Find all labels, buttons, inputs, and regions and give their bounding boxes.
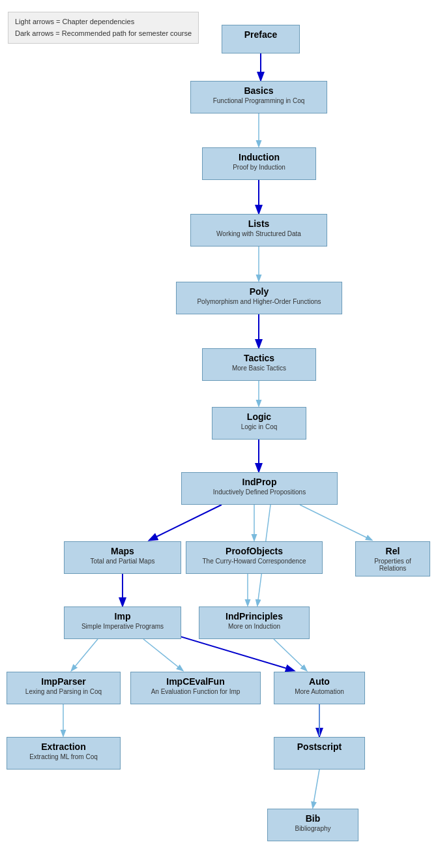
svg-line-20: [313, 770, 319, 807]
node-proofobjects[interactable]: ProofObjectsThe Curry-Howard Corresponde…: [186, 541, 323, 574]
node-title-induction: Induction: [208, 152, 310, 162]
svg-line-7: [150, 505, 222, 540]
node-rel[interactable]: RelProperties of Relations: [355, 541, 430, 576]
node-title-indprinciples: IndPrinciples: [205, 611, 304, 621]
node-subtitle-lists: Working with Structured Data: [196, 230, 321, 237]
node-subtitle-indprop: Inductively Defined Propositions: [187, 488, 332, 496]
node-title-impparser: ImpParser: [12, 676, 115, 687]
node-title-rel: Rel: [361, 546, 424, 556]
node-subtitle-impparser: Lexing and Parsing in Coq: [12, 688, 115, 695]
node-title-extraction: Extraction: [12, 741, 115, 752]
node-basics[interactable]: BasicsFunctional Programming in Coq: [190, 81, 327, 113]
legend-line1: Light arrows = Chapter dependencies: [15, 16, 192, 28]
svg-line-16: [274, 639, 306, 670]
svg-line-13: [72, 639, 98, 670]
node-imp[interactable]: ImpSimple Imperative Programs: [64, 606, 181, 639]
node-title-auto: Auto: [280, 676, 359, 687]
node-subtitle-poly: Polymorphism and Higher-Order Functions: [182, 298, 336, 305]
node-extraction[interactable]: ExtractionExtracting ML from Coq: [7, 737, 121, 770]
svg-line-9: [300, 505, 372, 540]
node-indprop[interactable]: IndPropInductively Defined Propositions: [181, 472, 338, 505]
node-subtitle-indprinciples: More on Induction: [205, 623, 304, 630]
node-subtitle-induction: Proof by Induction: [208, 164, 310, 171]
node-induction[interactable]: InductionProof by Induction: [202, 147, 316, 180]
node-auto[interactable]: AutoMore Automation: [274, 672, 365, 704]
node-title-imp: Imp: [70, 611, 175, 621]
node-title-preface: Preface: [227, 29, 294, 40]
node-subtitle-maps: Total and Partial Maps: [70, 558, 175, 565]
node-subtitle-imp: Simple Imperative Programs: [70, 623, 175, 630]
node-title-basics: Basics: [196, 85, 321, 96]
node-subtitle-tactics: More Basic Tactics: [208, 365, 310, 372]
node-subtitle-basics: Functional Programming in Coq: [196, 97, 321, 104]
node-title-bib: Bib: [273, 813, 353, 824]
node-subtitle-rel: Properties of Relations: [361, 558, 424, 572]
node-subtitle-bib: Bibliography: [273, 825, 353, 832]
node-poly[interactable]: PolyPolymorphism and Higher-Order Functi…: [176, 282, 342, 314]
node-subtitle-impceval: An Evaluation Function for Imp: [136, 688, 255, 695]
node-tactics[interactable]: TacticsMore Basic Tactics: [202, 348, 316, 381]
node-title-proofobjects: ProofObjects: [192, 546, 317, 556]
node-title-poly: Poly: [182, 286, 336, 297]
svg-line-14: [143, 639, 182, 670]
node-subtitle-proofobjects: The Curry-Howard Correspondence: [192, 558, 317, 565]
node-postscript[interactable]: Postscript: [274, 737, 365, 770]
node-bib[interactable]: BibBibliography: [267, 809, 358, 841]
node-subtitle-logic: Logic in Coq: [218, 423, 300, 430]
node-maps[interactable]: MapsTotal and Partial Maps: [64, 541, 181, 574]
node-title-impceval: ImpCEvalFun: [136, 676, 255, 687]
node-lists[interactable]: ListsWorking with Structured Data: [190, 214, 327, 247]
legend: Light arrows = Chapter dependencies Dark…: [8, 12, 199, 44]
node-title-indprop: IndProp: [187, 477, 332, 487]
legend-line2: Dark arrows = Recommended path for semes…: [15, 28, 192, 40]
node-subtitle-auto: More Automation: [280, 688, 359, 695]
node-impceval[interactable]: ImpCEvalFunAn Evaluation Function for Im…: [130, 672, 261, 704]
node-subtitle-extraction: Extracting ML from Coq: [12, 753, 115, 760]
node-title-logic: Logic: [218, 412, 300, 422]
node-logic[interactable]: LogicLogic in Coq: [212, 407, 306, 440]
node-title-maps: Maps: [70, 546, 175, 556]
node-preface[interactable]: Preface: [222, 25, 300, 53]
node-title-lists: Lists: [196, 218, 321, 229]
node-indprinciples[interactable]: IndPrinciplesMore on Induction: [199, 606, 310, 639]
node-impparser[interactable]: ImpParserLexing and Parsing in Coq: [7, 672, 121, 704]
node-title-postscript: Postscript: [280, 741, 359, 752]
node-title-tactics: Tactics: [208, 353, 310, 363]
